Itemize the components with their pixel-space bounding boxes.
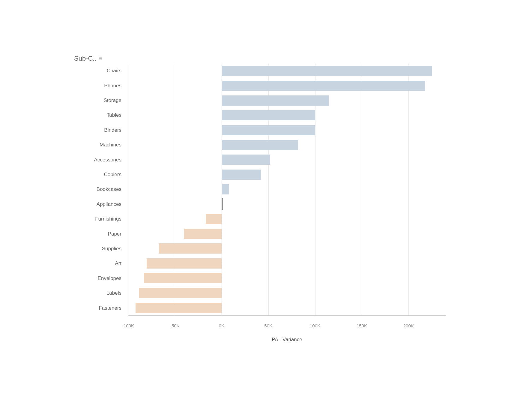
x-axis-title: PA - Variance — [272, 337, 302, 343]
y-label: Labels — [70, 286, 125, 301]
x-axis: -100K-50K0K50K100K150K200K — [128, 323, 446, 329]
bar — [222, 140, 298, 150]
y-label: Envelopes — [70, 271, 125, 286]
grid-bars — [128, 64, 446, 316]
bar — [136, 303, 222, 313]
chart-title: Sub-C.. ≡ — [74, 55, 102, 62]
bar — [222, 110, 315, 120]
bar-row — [128, 137, 446, 152]
bar — [222, 184, 229, 194]
bar — [159, 243, 222, 254]
y-axis: ChairsPhonesStorageTablesBindersMachines… — [70, 64, 125, 316]
y-label: Binders — [70, 123, 125, 137]
x-axis-label: -100K — [122, 323, 134, 328]
x-axis-label: 100K — [310, 323, 320, 328]
y-label: Chairs — [70, 64, 125, 78]
chart-container: Sub-C.. ≡ ChairsPhonesStorageTablesBinde… — [68, 52, 464, 346]
y-label: Appliances — [70, 197, 125, 212]
y-label: Accessories — [70, 152, 125, 167]
y-label: Supplies — [70, 241, 125, 256]
bar-row — [128, 167, 446, 182]
chart-area: ChairsPhonesStorageTablesBindersMachines… — [128, 64, 446, 316]
y-label: Tables — [70, 108, 125, 123]
title-text: Sub-C.. — [74, 55, 97, 62]
y-label: Furnishings — [70, 212, 125, 227]
filter-icon[interactable]: ≡ — [99, 55, 102, 62]
bar-row — [128, 78, 446, 93]
bar — [222, 198, 223, 210]
bar — [222, 81, 426, 91]
y-label: Machines — [70, 138, 125, 152]
bar-row — [128, 300, 446, 315]
y-label: Storage — [70, 93, 125, 108]
y-label: Bookcases — [70, 182, 125, 197]
y-label: Fasteners — [70, 301, 125, 315]
x-axis-label: 150K — [357, 323, 367, 328]
bar — [206, 214, 222, 224]
bar — [222, 95, 329, 106]
bar-row — [128, 123, 446, 137]
bar-row — [128, 271, 446, 285]
bars-wrapper — [128, 64, 446, 315]
bar-row — [128, 108, 446, 123]
bar — [147, 258, 221, 269]
bar — [222, 170, 261, 180]
bar — [222, 66, 432, 76]
x-axis-label: -50K — [170, 323, 180, 328]
y-label: Copiers — [70, 167, 125, 182]
bar-row — [128, 212, 446, 226]
bar-row — [128, 226, 446, 241]
bar-row — [128, 93, 446, 108]
bar — [144, 273, 222, 283]
x-axis-label: 50K — [264, 323, 272, 328]
bar-row — [128, 241, 446, 256]
bar-row — [128, 197, 446, 212]
x-axis-label: 200K — [403, 323, 414, 328]
bar — [222, 155, 270, 165]
bar-row — [128, 286, 446, 300]
bar — [139, 288, 221, 298]
bar — [222, 125, 315, 135]
y-label: Phones — [70, 78, 125, 93]
y-label: Paper — [70, 227, 125, 241]
y-label: Art — [70, 256, 125, 271]
bar — [184, 229, 222, 239]
bar-row — [128, 64, 446, 78]
bar-row — [128, 256, 446, 271]
x-axis-label: 0K — [219, 323, 224, 328]
bar-row — [128, 182, 446, 197]
bar-row — [128, 152, 446, 167]
